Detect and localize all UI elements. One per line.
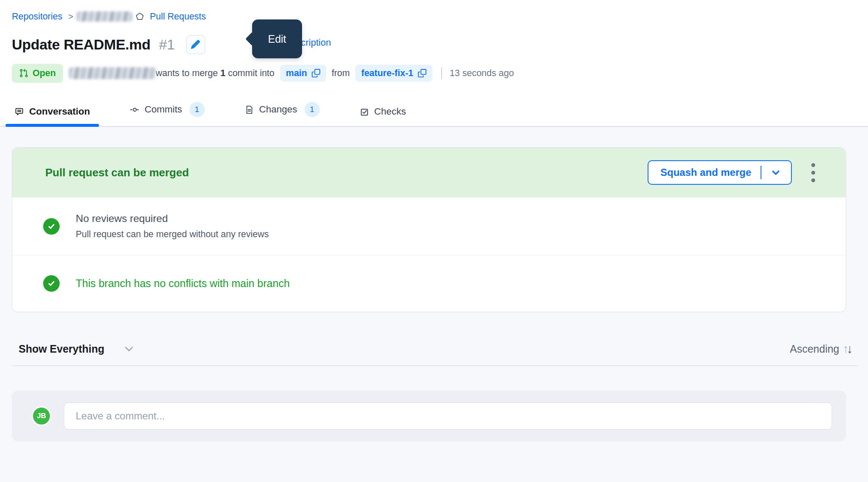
file-diff-icon: [244, 105, 254, 115]
base-branch-pill[interactable]: main: [280, 65, 326, 82]
sort-label: Ascending: [790, 343, 839, 355]
sort-arrows-icon: ↑↓: [843, 343, 853, 355]
merge-status-heading: Pull request can be merged: [45, 166, 648, 179]
from-text: from: [332, 68, 350, 79]
pull-request-page: Repositories > Pull Requests Update READ…: [0, 0, 868, 482]
merge-summary-text: wants to merge 1 commit into: [156, 68, 275, 79]
tab-commits[interactable]: Commits 1: [121, 102, 214, 126]
breadcrumb: Repositories > Pull Requests: [12, 10, 868, 23]
breadcrumb-pull-requests[interactable]: Pull Requests: [150, 11, 206, 22]
pr-status-badge: Open: [12, 64, 63, 83]
head-branch-pill[interactable]: feature-fix-1: [355, 65, 432, 82]
breadcrumb-separator: >: [69, 12, 74, 22]
edit-title-button[interactable]: [186, 35, 205, 54]
redacted-username: [69, 67, 156, 79]
tooltip-label: Edit: [268, 33, 286, 45]
pr-number: #1: [159, 36, 175, 53]
button-divider: [761, 166, 761, 179]
commits-count-badge: 1: [190, 102, 205, 117]
merge-check-reviews: No reviews required Pull request can be …: [12, 197, 846, 255]
changes-count-badge: 1: [305, 102, 320, 117]
copy-icon[interactable]: [312, 69, 320, 77]
timeline-divider: [12, 365, 858, 366]
base-branch-name: main: [286, 68, 307, 79]
breadcrumb-repositories[interactable]: Repositories: [12, 11, 63, 22]
pencil-icon: [190, 39, 201, 49]
tab-conversation[interactable]: Conversation: [5, 106, 99, 126]
comment-composer: JB: [12, 391, 846, 441]
tabbar: Conversation Commits 1: [0, 100, 868, 127]
check-circle-icon: [43, 218, 60, 235]
check-subtitle: Pull request can be merged without any r…: [76, 229, 269, 240]
tab-changes[interactable]: Changes 1: [236, 102, 329, 126]
speech-bubble-icon: [14, 107, 24, 117]
created-time: 13 seconds ago: [450, 68, 514, 79]
chevron-down-icon: [123, 343, 135, 355]
check-circle-icon: [43, 275, 60, 292]
edit-tooltip: Edit: [252, 19, 302, 58]
copy-icon[interactable]: [418, 69, 426, 77]
avatar: JB: [32, 406, 51, 426]
tab-checks[interactable]: Checks: [351, 106, 415, 126]
commit-icon: [130, 105, 140, 115]
pr-header: Repositories > Pull Requests Update READ…: [0, 0, 868, 83]
check-title: This branch has no conflicts with main b…: [76, 277, 290, 290]
redacted-repo-name: [77, 11, 132, 22]
repo-shape-icon: [135, 12, 145, 22]
tab-label: Commits: [145, 104, 182, 115]
pr-status-row: Open wants to merge 1 commit into main f…: [12, 63, 868, 83]
merge-button-label: Squash and merge: [660, 167, 751, 178]
filter-label: Show Everything: [19, 343, 104, 355]
check-title: No reviews required: [76, 213, 269, 225]
tab-label: Changes: [259, 104, 297, 115]
timeline-toolbar: Show Everything Ascending ↑↓: [12, 339, 856, 359]
conversation-panel: Pull request can be merged Squash and me…: [0, 127, 868, 482]
tab-label: Conversation: [29, 106, 90, 117]
pr-title: Update README.md: [12, 36, 151, 53]
status-divider: [441, 67, 442, 79]
status-badge-label: Open: [33, 68, 56, 79]
merge-check-conflicts: This branch has no conflicts with main b…: [12, 255, 846, 312]
chevron-down-icon[interactable]: [771, 167, 781, 178]
merge-panel: Pull request can be merged Squash and me…: [12, 147, 846, 312]
timeline-sort-button[interactable]: Ascending ↑↓: [790, 343, 856, 355]
tab-label: Checks: [374, 106, 406, 117]
merge-options-kebab-icon[interactable]: [807, 159, 819, 186]
comment-input[interactable]: [64, 403, 832, 430]
git-pull-request-icon: [19, 68, 28, 78]
timeline-filter-dropdown[interactable]: Show Everything: [12, 343, 135, 355]
title-row: Update README.md #1: [12, 34, 868, 55]
head-branch-name: feature-fix-1: [361, 68, 413, 79]
checklist-icon: [360, 107, 369, 117]
squash-and-merge-button[interactable]: Squash and merge: [648, 160, 792, 185]
merge-panel-header: Pull request can be merged Squash and me…: [12, 148, 846, 197]
